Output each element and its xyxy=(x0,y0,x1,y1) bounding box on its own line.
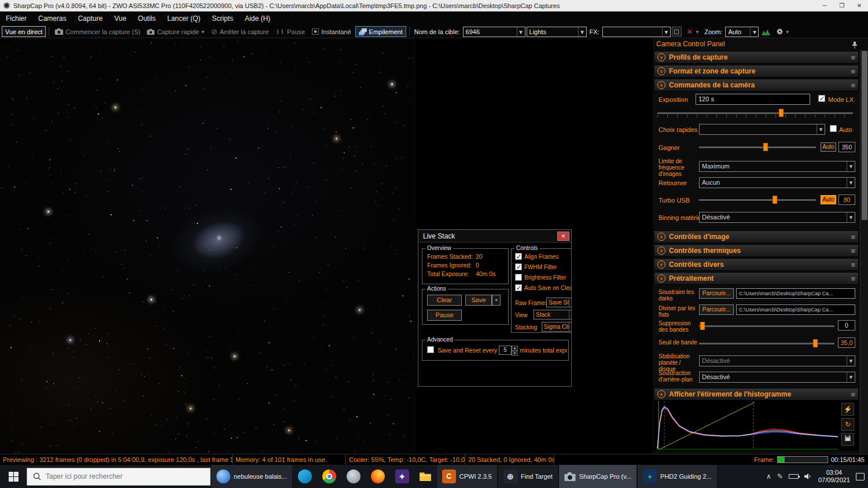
section-menu-icon[interactable]: ≡ xyxy=(851,274,855,283)
brightness-filter-row[interactable]: Brightness Filter xyxy=(515,274,572,281)
stop-capture-button[interactable]: ⊘ Arrêter la capture xyxy=(208,26,272,37)
gain-slider[interactable] xyxy=(699,142,816,152)
gain-value[interactable]: 350 xyxy=(838,142,855,152)
taskbar-app-nebuleuse[interactable]: nebuleuse balais... xyxy=(211,465,293,488)
frame-rate-limit-select[interactable]: Maximum▾ xyxy=(699,161,855,172)
section-menu-icon[interactable]: ≡ xyxy=(851,81,855,90)
mode-lx-checkbox[interactable]: ✓ xyxy=(818,95,825,102)
maximize-icon[interactable]: ❒ xyxy=(833,0,851,11)
exposure-auto-checkbox[interactable] xyxy=(830,125,837,132)
live-stack-close-icon[interactable]: ✕ xyxy=(557,232,569,241)
section-menu-icon[interactable]: ≡ xyxy=(851,233,855,241)
turbo-usb-value[interactable]: 80 xyxy=(838,195,855,205)
banding-suppression-value[interactable]: 0 xyxy=(838,320,855,331)
menu-item-outils[interactable]: Outils xyxy=(132,12,161,25)
section-commandes-camera[interactable]: ∧Commandes de la caméra≡ xyxy=(654,79,859,91)
raw-frames-select[interactable]: Save St▾ xyxy=(546,298,572,307)
taskbar-app-stellarium[interactable]: ✦ xyxy=(390,465,414,488)
banding-threshold-value[interactable]: 35,0 xyxy=(838,337,855,348)
banding-threshold-slider[interactable] xyxy=(699,338,834,348)
zoom-select[interactable]: Auto ▾ xyxy=(725,27,759,37)
target-name-select[interactable]: 6946 ▾ xyxy=(463,27,525,37)
section-pretraitement[interactable]: ∧Prétraitement≡ xyxy=(654,272,859,285)
menu-item-cameras[interactable]: Cameras xyxy=(32,12,72,25)
save-reset-minutes-input[interactable]: 5 xyxy=(499,346,512,355)
align-frames-row[interactable]: ✓Align Frames xyxy=(515,253,572,260)
taskbar-app-find-target[interactable]: ⊕ Find Target xyxy=(498,465,558,488)
reticle-clear-button[interactable]: ✕ ▾ xyxy=(683,26,702,37)
save-reset-checkbox[interactable] xyxy=(427,346,434,353)
section-controles-image[interactable]: ∨Contrôles d'image≡ xyxy=(654,230,859,243)
exposition-slider[interactable] xyxy=(657,108,853,118)
section-menu-icon[interactable]: ≡ xyxy=(851,390,855,399)
taskbar-app-planetarium[interactable] xyxy=(341,465,366,488)
quick-capture-button[interactable]: Capture rapide ▾ xyxy=(144,26,207,37)
section-format-zone[interactable]: ∨Format et zone de capture≡ xyxy=(654,65,859,78)
align-frames-checkbox[interactable]: ✓ xyxy=(515,253,522,260)
background-subtraction-select[interactable]: Désactivé▾ xyxy=(699,372,855,383)
pin-icon[interactable] xyxy=(852,41,858,52)
view-select[interactable]: Stack▾ xyxy=(534,310,572,320)
save-stretch-button[interactable] xyxy=(841,433,854,446)
clear-button[interactable]: Clear xyxy=(427,295,462,306)
taskbar-app-edge[interactable] xyxy=(293,465,317,488)
stacking-select[interactable]: Sigma Clipp▾ xyxy=(542,322,572,332)
menu-item-capture[interactable]: Capture xyxy=(72,12,109,25)
menu-item-lancer[interactable]: Lancer (Q) xyxy=(161,12,206,25)
scrollbar-thumb[interactable] xyxy=(862,51,867,220)
speaker-icon[interactable] xyxy=(804,473,812,480)
section-controles-thermiques[interactable]: ∨Contrôles thermiques≡ xyxy=(654,244,859,257)
menu-item-vue[interactable]: Vue xyxy=(108,12,132,25)
exposition-input[interactable]: 120 s xyxy=(696,94,810,105)
flip-select[interactable]: Aucun▾ xyxy=(699,177,855,188)
pause-button[interactable]: ❙❙ Pause xyxy=(273,26,308,37)
choix-rapides-select[interactable]: ▾ xyxy=(699,124,825,135)
section-histogramme[interactable]: ∧Afficher l'étirement de l'histogramme≡ xyxy=(654,388,859,401)
section-profils-de-capture[interactable]: ∨Profils de capture≡ xyxy=(654,51,859,64)
darks-browse-button[interactable]: Parcourir... xyxy=(699,288,734,299)
start-capture-button[interactable]: Commencer la capture (S) xyxy=(52,26,143,37)
fwhm-filter-checkbox[interactable]: ✓ xyxy=(515,263,522,270)
auto-save-row[interactable]: ✓Auto Save on Clear xyxy=(515,284,572,291)
turbo-usb-slider[interactable] xyxy=(699,195,816,205)
histogram-mountain-icon[interactable] xyxy=(762,28,770,35)
menu-item-aide[interactable]: Aide (H) xyxy=(239,12,276,25)
stacking-button[interactable]: Empilement xyxy=(355,26,406,37)
taskbar-search[interactable] xyxy=(27,468,211,486)
taskbar-app-firefox[interactable] xyxy=(366,465,390,488)
settings-button[interactable]: ▾ xyxy=(773,26,792,37)
menu-item-scripts[interactable]: Scripts xyxy=(206,12,239,25)
start-button[interactable] xyxy=(0,465,27,488)
selection-area-button[interactable] xyxy=(672,27,682,36)
section-menu-icon[interactable]: ≡ xyxy=(851,247,855,255)
spin-down-icon[interactable]: ▾ xyxy=(512,351,518,356)
live-stack-titlebar[interactable]: Live Stack xyxy=(418,230,571,243)
live-view-button[interactable]: Vue en direct xyxy=(2,26,46,37)
stabilization-select[interactable]: Désactivé▾ xyxy=(699,355,855,366)
panel-scrollbar[interactable] xyxy=(860,50,868,454)
flats-path-input[interactable]: C:\Users\marcb\Desktop\SharpCap Ca... xyxy=(736,304,855,315)
notification-center-icon[interactable] xyxy=(856,473,865,480)
reset-stretch-button[interactable]: ↻ xyxy=(841,418,854,431)
taskbar-app-sharpcap[interactable]: SharpCap Pro (v... xyxy=(558,465,637,488)
spin-up-icon[interactable]: ▴ xyxy=(512,346,518,351)
gain-auto-button[interactable]: Auto xyxy=(821,142,836,152)
search-input[interactable] xyxy=(46,472,190,480)
taskbar-app-explorer[interactable] xyxy=(414,465,436,488)
minutes-spinner[interactable]: ▴▾ xyxy=(512,346,518,355)
auto-stretch-button[interactable]: ⚡ xyxy=(841,403,854,416)
frame-type-select[interactable]: Lights ▾ xyxy=(527,27,587,37)
taskbar-app-phd2[interactable]: + PHD2 Guiding 2... xyxy=(637,465,718,488)
taskbar-app-chrome[interactable] xyxy=(317,465,341,488)
binning-select[interactable]: Désactivé▾ xyxy=(699,212,855,223)
flats-browse-button[interactable]: Parcourir... xyxy=(699,304,734,315)
taskbar-app-cpwi[interactable]: C CPWI 2.3.5 xyxy=(436,465,498,488)
darks-path-input[interactable]: C:\Users\marcb\Desktop\SharpCap Ca... xyxy=(736,288,855,299)
brightness-filter-checkbox[interactable] xyxy=(515,274,522,281)
battery-icon[interactable] xyxy=(789,474,799,479)
fx-select[interactable]: ▾ xyxy=(602,27,671,37)
snapshot-button[interactable]: Instantané xyxy=(309,26,354,37)
section-controles-divers[interactable]: ∨Contrôles divers≡ xyxy=(654,258,859,271)
auto-save-checkbox[interactable]: ✓ xyxy=(515,284,522,291)
pause-stack-button[interactable]: Pause xyxy=(427,310,462,321)
